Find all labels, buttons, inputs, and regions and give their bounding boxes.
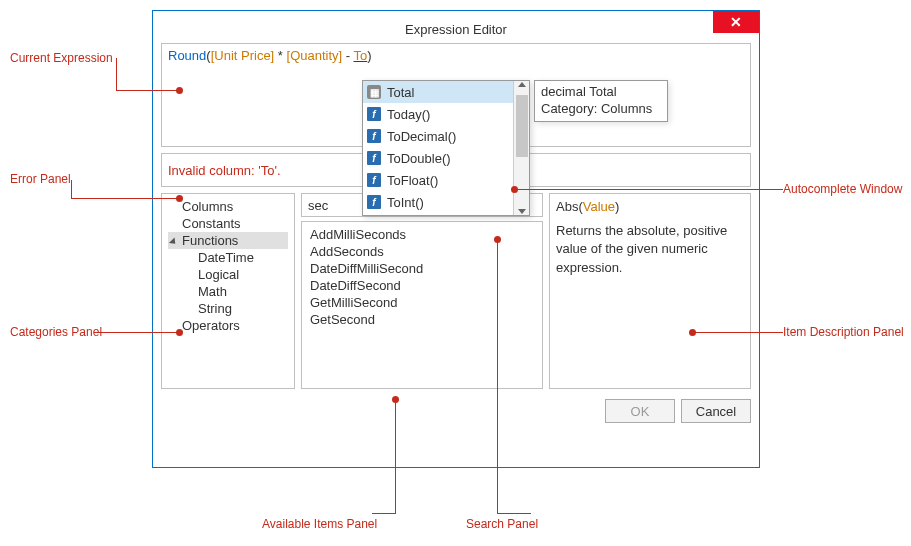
scroll-up-icon[interactable] [518, 82, 526, 87]
autocomplete-item[interactable]: fToDouble() [363, 147, 513, 169]
autocomplete-item[interactable]: fToday() [363, 103, 513, 125]
description-body: Returns the absolute, positive value of … [556, 222, 744, 277]
category-item[interactable]: String [168, 300, 288, 317]
middle-column: AddMilliSecondsAddSecondsDateDiffMilliSe… [301, 193, 543, 389]
autocomplete-item-label: ToInt() [387, 195, 424, 210]
available-items-list: AddMilliSecondsAddSecondsDateDiffMilliSe… [308, 226, 536, 328]
available-items-panel[interactable]: AddMilliSecondsAddSecondsDateDiffMilliSe… [301, 221, 543, 389]
function-icon: f [367, 107, 381, 121]
tooltip-line1: decimal Total [541, 84, 661, 101]
annot-error-panel: Error Panel [10, 172, 71, 186]
function-icon: f [367, 195, 381, 209]
autocomplete-item[interactable]: fToLong() [363, 213, 513, 215]
category-item[interactable]: Columns [168, 198, 288, 215]
autocomplete-list[interactable]: ▦TotalfToday()fToDecimal()fToDouble()fTo… [363, 81, 513, 215]
lower-area: ColumnsConstantsFunctionsDateTimeLogical… [161, 193, 751, 389]
annot-available-items-panel: Available Items Panel [262, 517, 377, 531]
error-text: Invalid column: 'To'. [168, 163, 281, 178]
categories-panel: ColumnsConstantsFunctionsDateTimeLogical… [161, 193, 295, 389]
close-button[interactable]: ✕ [713, 11, 759, 33]
function-icon: f [367, 173, 381, 187]
category-item[interactable]: Constants [168, 215, 288, 232]
ok-button[interactable]: OK [605, 399, 675, 423]
autocomplete-tooltip: decimal Total Category: Columns [534, 80, 668, 122]
autocomplete-item-label: Today() [387, 107, 430, 122]
token-col1: [Unit Price] [211, 48, 275, 63]
token-fn: Round [168, 48, 206, 63]
autocomplete-item[interactable]: fToInt() [363, 191, 513, 213]
column-icon: ▦ [367, 85, 381, 99]
autocomplete-item-label: ToDouble() [387, 151, 451, 166]
titlebar: Expression Editor ✕ [161, 15, 751, 43]
annot-autocomplete-window: Autocomplete Window [783, 182, 902, 196]
annot-categories-panel: Categories Panel [10, 325, 102, 339]
available-item[interactable]: GetSecond [308, 311, 536, 328]
autocomplete-item[interactable]: fToFloat() [363, 169, 513, 191]
token-op1: * [274, 48, 286, 63]
available-item[interactable]: DateDiffSecond [308, 277, 536, 294]
available-item[interactable]: GetMilliSecond [308, 294, 536, 311]
category-item[interactable]: Operators [168, 317, 288, 334]
scroll-thumb[interactable] [516, 95, 528, 157]
category-item[interactable]: Logical [168, 266, 288, 283]
autocomplete-item-label: Total [387, 85, 414, 100]
autocomplete-popup[interactable]: ▦TotalfToday()fToDecimal()fToDouble()fTo… [362, 80, 530, 216]
expression-editor-window: Expression Editor ✕ Round([Unit Price] *… [152, 10, 760, 468]
category-item[interactable]: Functions [168, 232, 288, 249]
expression-text: Round([Unit Price] * [Quantity] - To) [168, 48, 372, 63]
button-row: OK Cancel [161, 399, 751, 423]
token-op2: - [342, 48, 353, 63]
annot-current-expression: Current Expression [10, 51, 113, 65]
autocomplete-scrollbar[interactable] [513, 81, 529, 215]
item-description-panel: Abs(Value) Returns the absolute, positiv… [549, 193, 751, 389]
available-item[interactable]: AddMilliSeconds [308, 226, 536, 243]
autocomplete-item-label: ToDecimal() [387, 129, 456, 144]
window-title: Expression Editor [405, 22, 507, 37]
available-item[interactable]: AddSeconds [308, 243, 536, 260]
tooltip-line2: Category: Columns [541, 101, 661, 118]
cancel-button[interactable]: Cancel [681, 399, 751, 423]
description-title: Abs(Value) [556, 198, 744, 216]
annot-item-description-panel: Item Description Panel [783, 325, 904, 339]
token-col2: [Quantity] [287, 48, 343, 63]
close-icon: ✕ [730, 15, 742, 29]
annot-search-panel: Search Panel [466, 517, 538, 531]
function-icon: f [367, 151, 381, 165]
available-item[interactable]: DateDiffMilliSecond [308, 260, 536, 277]
autocomplete-item[interactable]: ▦Total [363, 81, 513, 103]
scroll-down-icon[interactable] [518, 209, 526, 214]
categories-list[interactable]: ColumnsConstantsFunctionsDateTimeLogical… [168, 198, 288, 334]
function-icon: f [367, 129, 381, 143]
token-close: ) [367, 48, 371, 63]
token-partial: To [354, 48, 368, 63]
category-item[interactable]: Math [168, 283, 288, 300]
category-item[interactable]: DateTime [168, 249, 288, 266]
autocomplete-item[interactable]: fToDecimal() [363, 125, 513, 147]
autocomplete-item-label: ToFloat() [387, 173, 438, 188]
